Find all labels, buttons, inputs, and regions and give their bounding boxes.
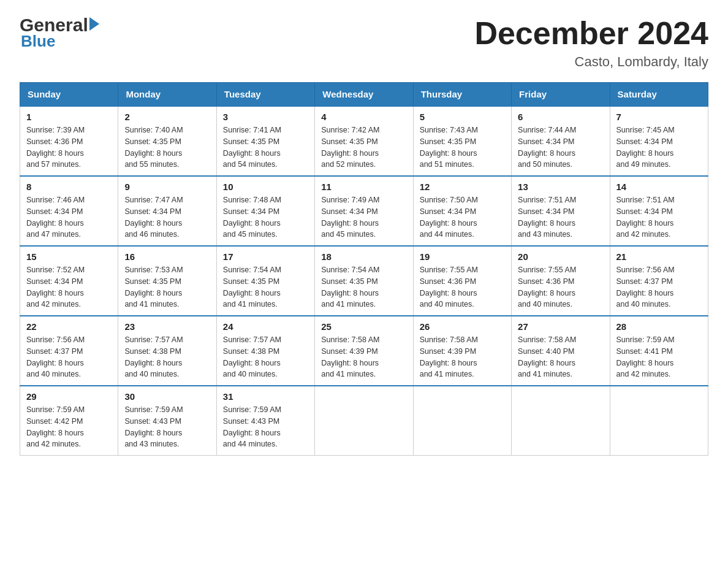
day-cell-7: 7Sunrise: 7:45 AMSunset: 4:34 PMDaylight…	[610, 106, 708, 176]
header-cell-saturday: Saturday	[610, 83, 708, 107]
day-cell-31: 31Sunrise: 7:59 AMSunset: 4:43 PMDayligh…	[216, 386, 314, 456]
day-info-4: Sunrise: 7:42 AMSunset: 4:35 PMDaylight:…	[321, 124, 406, 170]
day-cell-18: 18Sunrise: 7:54 AMSunset: 4:35 PMDayligh…	[315, 246, 413, 316]
day-info-19: Sunrise: 7:55 AMSunset: 4:36 PMDaylight:…	[420, 264, 505, 310]
day-number-14: 14	[616, 182, 702, 192]
day-number-8: 8	[26, 182, 112, 192]
day-number-2: 2	[124, 112, 210, 122]
day-info-6: Sunrise: 7:44 AMSunset: 4:34 PMDaylight:…	[518, 124, 603, 170]
day-info-9: Sunrise: 7:47 AMSunset: 4:34 PMDaylight:…	[124, 194, 210, 240]
header-cell-friday: Friday	[512, 83, 610, 107]
day-cell-6: 6Sunrise: 7:44 AMSunset: 4:34 PMDaylight…	[512, 106, 610, 176]
day-info-20: Sunrise: 7:55 AMSunset: 4:36 PMDaylight:…	[518, 264, 603, 310]
day-number-13: 13	[518, 182, 603, 192]
day-info-1: Sunrise: 7:39 AMSunset: 4:36 PMDaylight:…	[26, 124, 112, 170]
day-cell-12: 12Sunrise: 7:50 AMSunset: 4:34 PMDayligh…	[413, 176, 511, 246]
day-info-11: Sunrise: 7:49 AMSunset: 4:34 PMDaylight:…	[321, 194, 406, 240]
day-number-22: 22	[26, 321, 112, 332]
day-number-9: 9	[124, 182, 210, 192]
day-info-18: Sunrise: 7:54 AMSunset: 4:35 PMDaylight:…	[321, 264, 406, 310]
empty-cell	[610, 386, 708, 456]
month-year-title: December 2024	[474, 15, 708, 52]
empty-cell	[512, 386, 610, 456]
day-cell-11: 11Sunrise: 7:49 AMSunset: 4:34 PMDayligh…	[315, 176, 413, 246]
day-number-6: 6	[518, 112, 603, 122]
day-info-3: Sunrise: 7:41 AMSunset: 4:35 PMDaylight:…	[223, 124, 308, 170]
day-cell-27: 27Sunrise: 7:58 AMSunset: 4:40 PMDayligh…	[512, 316, 610, 386]
logo-arrow-icon	[89, 17, 99, 31]
day-number-31: 31	[223, 391, 308, 402]
day-cell-26: 26Sunrise: 7:58 AMSunset: 4:39 PMDayligh…	[413, 316, 511, 386]
day-cell-28: 28Sunrise: 7:59 AMSunset: 4:41 PMDayligh…	[610, 316, 708, 386]
day-number-24: 24	[223, 321, 308, 332]
day-number-29: 29	[26, 391, 112, 402]
calendar-header-row: SundayMondayTuesdayWednesdayThursdayFrid…	[20, 83, 708, 107]
logo: General Blue	[20, 15, 100, 51]
day-number-7: 7	[616, 112, 702, 122]
day-info-16: Sunrise: 7:53 AMSunset: 4:35 PMDaylight:…	[124, 264, 210, 310]
day-number-21: 21	[616, 251, 702, 262]
day-number-1: 1	[26, 112, 112, 122]
day-info-17: Sunrise: 7:54 AMSunset: 4:35 PMDaylight:…	[223, 264, 308, 310]
day-cell-20: 20Sunrise: 7:55 AMSunset: 4:36 PMDayligh…	[512, 246, 610, 316]
day-info-14: Sunrise: 7:51 AMSunset: 4:34 PMDaylight:…	[616, 194, 702, 240]
day-number-17: 17	[223, 251, 308, 262]
title-area: December 2024 Casto, Lombardy, Italy	[474, 15, 708, 70]
day-cell-15: 15Sunrise: 7:52 AMSunset: 4:34 PMDayligh…	[20, 246, 118, 316]
calendar-table: SundayMondayTuesdayWednesdayThursdayFrid…	[20, 82, 708, 456]
day-cell-1: 1Sunrise: 7:39 AMSunset: 4:36 PMDaylight…	[20, 106, 118, 176]
day-info-28: Sunrise: 7:59 AMSunset: 4:41 PMDaylight:…	[616, 334, 702, 380]
day-number-26: 26	[420, 321, 505, 332]
day-cell-9: 9Sunrise: 7:47 AMSunset: 4:34 PMDaylight…	[118, 176, 216, 246]
day-info-30: Sunrise: 7:59 AMSunset: 4:43 PMDaylight:…	[124, 404, 210, 450]
day-info-26: Sunrise: 7:58 AMSunset: 4:39 PMDaylight:…	[420, 334, 505, 380]
day-cell-30: 30Sunrise: 7:59 AMSunset: 4:43 PMDayligh…	[118, 386, 216, 456]
day-info-5: Sunrise: 7:43 AMSunset: 4:35 PMDaylight:…	[420, 124, 505, 170]
day-number-10: 10	[223, 182, 308, 192]
week-row-2: 8Sunrise: 7:46 AMSunset: 4:34 PMDaylight…	[20, 176, 708, 246]
day-cell-8: 8Sunrise: 7:46 AMSunset: 4:34 PMDaylight…	[20, 176, 118, 246]
logo-blue-text: Blue	[21, 32, 100, 51]
day-cell-22: 22Sunrise: 7:56 AMSunset: 4:37 PMDayligh…	[20, 316, 118, 386]
day-number-28: 28	[616, 321, 702, 332]
day-info-25: Sunrise: 7:58 AMSunset: 4:39 PMDaylight:…	[321, 334, 406, 380]
day-number-3: 3	[223, 112, 308, 122]
day-info-8: Sunrise: 7:46 AMSunset: 4:34 PMDaylight:…	[26, 194, 112, 240]
day-info-29: Sunrise: 7:59 AMSunset: 4:42 PMDaylight:…	[26, 404, 112, 450]
day-number-20: 20	[518, 251, 603, 262]
header-cell-tuesday: Tuesday	[216, 83, 314, 107]
day-number-18: 18	[321, 251, 406, 262]
day-number-4: 4	[321, 112, 406, 122]
day-number-16: 16	[124, 251, 210, 262]
header-cell-wednesday: Wednesday	[315, 83, 413, 107]
week-row-4: 22Sunrise: 7:56 AMSunset: 4:37 PMDayligh…	[20, 316, 708, 386]
day-cell-4: 4Sunrise: 7:42 AMSunset: 4:35 PMDaylight…	[315, 106, 413, 176]
header-cell-monday: Monday	[118, 83, 216, 107]
day-number-12: 12	[420, 182, 505, 192]
day-info-15: Sunrise: 7:52 AMSunset: 4:34 PMDaylight:…	[26, 264, 112, 310]
day-cell-14: 14Sunrise: 7:51 AMSunset: 4:34 PMDayligh…	[610, 176, 708, 246]
day-cell-3: 3Sunrise: 7:41 AMSunset: 4:35 PMDaylight…	[216, 106, 314, 176]
day-cell-16: 16Sunrise: 7:53 AMSunset: 4:35 PMDayligh…	[118, 246, 216, 316]
day-cell-2: 2Sunrise: 7:40 AMSunset: 4:35 PMDaylight…	[118, 106, 216, 176]
header: General Blue December 2024 Casto, Lombar…	[20, 15, 708, 70]
day-number-5: 5	[420, 112, 505, 122]
day-info-7: Sunrise: 7:45 AMSunset: 4:34 PMDaylight:…	[616, 124, 702, 170]
day-number-30: 30	[124, 391, 210, 402]
day-info-27: Sunrise: 7:58 AMSunset: 4:40 PMDaylight:…	[518, 334, 603, 380]
day-number-25: 25	[321, 321, 406, 332]
day-info-22: Sunrise: 7:56 AMSunset: 4:37 PMDaylight:…	[26, 334, 112, 380]
empty-cell	[413, 386, 511, 456]
day-info-2: Sunrise: 7:40 AMSunset: 4:35 PMDaylight:…	[124, 124, 210, 170]
day-cell-29: 29Sunrise: 7:59 AMSunset: 4:42 PMDayligh…	[20, 386, 118, 456]
day-cell-5: 5Sunrise: 7:43 AMSunset: 4:35 PMDaylight…	[413, 106, 511, 176]
day-cell-10: 10Sunrise: 7:48 AMSunset: 4:34 PMDayligh…	[216, 176, 314, 246]
day-cell-24: 24Sunrise: 7:57 AMSunset: 4:38 PMDayligh…	[216, 316, 314, 386]
day-cell-23: 23Sunrise: 7:57 AMSunset: 4:38 PMDayligh…	[118, 316, 216, 386]
day-info-24: Sunrise: 7:57 AMSunset: 4:38 PMDaylight:…	[223, 334, 308, 380]
day-cell-21: 21Sunrise: 7:56 AMSunset: 4:37 PMDayligh…	[610, 246, 708, 316]
day-cell-19: 19Sunrise: 7:55 AMSunset: 4:36 PMDayligh…	[413, 246, 511, 316]
day-number-15: 15	[26, 251, 112, 262]
day-number-19: 19	[420, 251, 505, 262]
day-number-11: 11	[321, 182, 406, 192]
